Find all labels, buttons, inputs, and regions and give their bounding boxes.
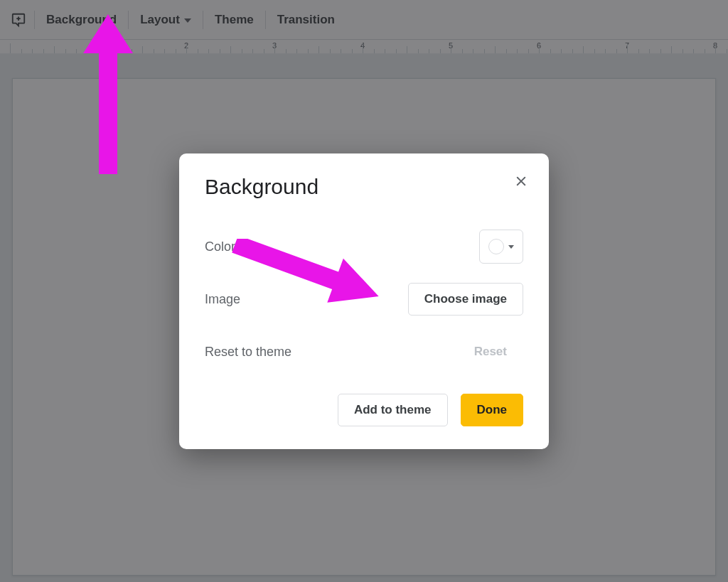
color-row: Color xyxy=(205,226,523,267)
dialog-title: Background xyxy=(205,175,523,199)
color-swatch xyxy=(488,239,504,254)
color-picker-button[interactable] xyxy=(479,230,523,264)
done-button[interactable]: Done xyxy=(461,394,524,426)
add-to-theme-button[interactable]: Add to theme xyxy=(338,394,448,426)
reset-row: Reset to theme Reset xyxy=(205,331,523,372)
choose-image-button[interactable]: Choose image xyxy=(408,283,523,316)
close-button[interactable] xyxy=(512,172,530,190)
image-row: Image Choose image xyxy=(205,279,523,320)
reset-button[interactable]: Reset xyxy=(458,335,523,368)
color-label: Color xyxy=(205,239,235,254)
reset-label: Reset to theme xyxy=(205,345,291,360)
modal-overlay: Background Color Image Choose image Rese… xyxy=(0,0,728,582)
image-label: Image xyxy=(205,292,240,307)
background-dialog: Background Color Image Choose image Rese… xyxy=(179,153,549,449)
chevron-down-icon xyxy=(508,245,514,249)
dialog-actions: Add to theme Done xyxy=(205,394,523,426)
